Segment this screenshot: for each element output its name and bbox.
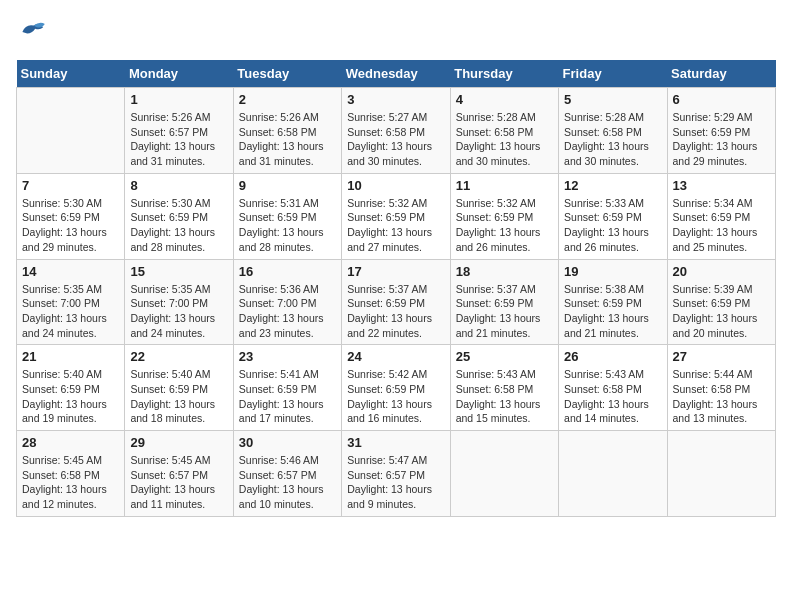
page-header bbox=[16, 16, 776, 48]
column-header-friday: Friday bbox=[559, 60, 667, 88]
day-number: 25 bbox=[456, 349, 553, 364]
day-info: Sunrise: 5:26 AM Sunset: 6:57 PM Dayligh… bbox=[130, 110, 227, 169]
day-number: 24 bbox=[347, 349, 444, 364]
calendar-week-1: 1Sunrise: 5:26 AM Sunset: 6:57 PM Daylig… bbox=[17, 88, 776, 174]
day-info: Sunrise: 5:47 AM Sunset: 6:57 PM Dayligh… bbox=[347, 453, 444, 512]
day-info: Sunrise: 5:45 AM Sunset: 6:58 PM Dayligh… bbox=[22, 453, 119, 512]
day-info: Sunrise: 5:30 AM Sunset: 6:59 PM Dayligh… bbox=[22, 196, 119, 255]
calendar-cell: 23Sunrise: 5:41 AM Sunset: 6:59 PM Dayli… bbox=[233, 345, 341, 431]
column-header-sunday: Sunday bbox=[17, 60, 125, 88]
day-info: Sunrise: 5:32 AM Sunset: 6:59 PM Dayligh… bbox=[456, 196, 553, 255]
day-number: 13 bbox=[673, 178, 770, 193]
day-info: Sunrise: 5:43 AM Sunset: 6:58 PM Dayligh… bbox=[456, 367, 553, 426]
calendar-cell: 10Sunrise: 5:32 AM Sunset: 6:59 PM Dayli… bbox=[342, 173, 450, 259]
day-number: 5 bbox=[564, 92, 661, 107]
day-number: 8 bbox=[130, 178, 227, 193]
day-info: Sunrise: 5:34 AM Sunset: 6:59 PM Dayligh… bbox=[673, 196, 770, 255]
calendar-cell: 28Sunrise: 5:45 AM Sunset: 6:58 PM Dayli… bbox=[17, 431, 125, 517]
day-number: 12 bbox=[564, 178, 661, 193]
calendar-table: SundayMondayTuesdayWednesdayThursdayFrid… bbox=[16, 60, 776, 517]
calendar-cell: 26Sunrise: 5:43 AM Sunset: 6:58 PM Dayli… bbox=[559, 345, 667, 431]
day-number: 17 bbox=[347, 264, 444, 279]
column-header-monday: Monday bbox=[125, 60, 233, 88]
calendar-cell: 5Sunrise: 5:28 AM Sunset: 6:58 PM Daylig… bbox=[559, 88, 667, 174]
calendar-cell: 16Sunrise: 5:36 AM Sunset: 7:00 PM Dayli… bbox=[233, 259, 341, 345]
calendar-cell: 19Sunrise: 5:38 AM Sunset: 6:59 PM Dayli… bbox=[559, 259, 667, 345]
calendar-week-2: 7Sunrise: 5:30 AM Sunset: 6:59 PM Daylig… bbox=[17, 173, 776, 259]
day-number: 21 bbox=[22, 349, 119, 364]
day-number: 7 bbox=[22, 178, 119, 193]
day-info: Sunrise: 5:28 AM Sunset: 6:58 PM Dayligh… bbox=[564, 110, 661, 169]
calendar-cell: 17Sunrise: 5:37 AM Sunset: 6:59 PM Dayli… bbox=[342, 259, 450, 345]
column-header-wednesday: Wednesday bbox=[342, 60, 450, 88]
day-number: 9 bbox=[239, 178, 336, 193]
calendar-cell: 24Sunrise: 5:42 AM Sunset: 6:59 PM Dayli… bbox=[342, 345, 450, 431]
calendar-cell: 9Sunrise: 5:31 AM Sunset: 6:59 PM Daylig… bbox=[233, 173, 341, 259]
day-number: 30 bbox=[239, 435, 336, 450]
calendar-cell: 3Sunrise: 5:27 AM Sunset: 6:58 PM Daylig… bbox=[342, 88, 450, 174]
calendar-cell: 8Sunrise: 5:30 AM Sunset: 6:59 PM Daylig… bbox=[125, 173, 233, 259]
day-number: 18 bbox=[456, 264, 553, 279]
day-info: Sunrise: 5:42 AM Sunset: 6:59 PM Dayligh… bbox=[347, 367, 444, 426]
day-info: Sunrise: 5:45 AM Sunset: 6:57 PM Dayligh… bbox=[130, 453, 227, 512]
calendar-cell bbox=[450, 431, 558, 517]
logo-icon bbox=[16, 16, 48, 48]
calendar-cell: 11Sunrise: 5:32 AM Sunset: 6:59 PM Dayli… bbox=[450, 173, 558, 259]
day-number: 29 bbox=[130, 435, 227, 450]
day-number: 28 bbox=[22, 435, 119, 450]
day-number: 26 bbox=[564, 349, 661, 364]
calendar-cell: 31Sunrise: 5:47 AM Sunset: 6:57 PM Dayli… bbox=[342, 431, 450, 517]
calendar-cell: 15Sunrise: 5:35 AM Sunset: 7:00 PM Dayli… bbox=[125, 259, 233, 345]
day-number: 2 bbox=[239, 92, 336, 107]
day-number: 14 bbox=[22, 264, 119, 279]
logo bbox=[16, 16, 52, 48]
calendar-cell: 6Sunrise: 5:29 AM Sunset: 6:59 PM Daylig… bbox=[667, 88, 775, 174]
day-number: 19 bbox=[564, 264, 661, 279]
day-number: 4 bbox=[456, 92, 553, 107]
day-number: 3 bbox=[347, 92, 444, 107]
calendar-cell: 13Sunrise: 5:34 AM Sunset: 6:59 PM Dayli… bbox=[667, 173, 775, 259]
day-info: Sunrise: 5:33 AM Sunset: 6:59 PM Dayligh… bbox=[564, 196, 661, 255]
day-info: Sunrise: 5:41 AM Sunset: 6:59 PM Dayligh… bbox=[239, 367, 336, 426]
day-info: Sunrise: 5:39 AM Sunset: 6:59 PM Dayligh… bbox=[673, 282, 770, 341]
day-number: 22 bbox=[130, 349, 227, 364]
calendar-cell: 29Sunrise: 5:45 AM Sunset: 6:57 PM Dayli… bbox=[125, 431, 233, 517]
day-number: 20 bbox=[673, 264, 770, 279]
calendar-cell bbox=[667, 431, 775, 517]
day-number: 1 bbox=[130, 92, 227, 107]
day-info: Sunrise: 5:43 AM Sunset: 6:58 PM Dayligh… bbox=[564, 367, 661, 426]
calendar-cell: 7Sunrise: 5:30 AM Sunset: 6:59 PM Daylig… bbox=[17, 173, 125, 259]
column-header-saturday: Saturday bbox=[667, 60, 775, 88]
day-number: 27 bbox=[673, 349, 770, 364]
day-number: 6 bbox=[673, 92, 770, 107]
day-info: Sunrise: 5:40 AM Sunset: 6:59 PM Dayligh… bbox=[130, 367, 227, 426]
day-info: Sunrise: 5:36 AM Sunset: 7:00 PM Dayligh… bbox=[239, 282, 336, 341]
day-info: Sunrise: 5:35 AM Sunset: 7:00 PM Dayligh… bbox=[130, 282, 227, 341]
day-info: Sunrise: 5:26 AM Sunset: 6:58 PM Dayligh… bbox=[239, 110, 336, 169]
calendar-cell: 20Sunrise: 5:39 AM Sunset: 6:59 PM Dayli… bbox=[667, 259, 775, 345]
calendar-cell: 2Sunrise: 5:26 AM Sunset: 6:58 PM Daylig… bbox=[233, 88, 341, 174]
calendar-cell: 21Sunrise: 5:40 AM Sunset: 6:59 PM Dayli… bbox=[17, 345, 125, 431]
day-info: Sunrise: 5:38 AM Sunset: 6:59 PM Dayligh… bbox=[564, 282, 661, 341]
day-info: Sunrise: 5:29 AM Sunset: 6:59 PM Dayligh… bbox=[673, 110, 770, 169]
day-number: 10 bbox=[347, 178, 444, 193]
calendar-week-4: 21Sunrise: 5:40 AM Sunset: 6:59 PM Dayli… bbox=[17, 345, 776, 431]
column-header-thursday: Thursday bbox=[450, 60, 558, 88]
day-info: Sunrise: 5:46 AM Sunset: 6:57 PM Dayligh… bbox=[239, 453, 336, 512]
calendar-cell: 30Sunrise: 5:46 AM Sunset: 6:57 PM Dayli… bbox=[233, 431, 341, 517]
calendar-cell bbox=[559, 431, 667, 517]
day-info: Sunrise: 5:32 AM Sunset: 6:59 PM Dayligh… bbox=[347, 196, 444, 255]
day-number: 31 bbox=[347, 435, 444, 450]
calendar-cell: 14Sunrise: 5:35 AM Sunset: 7:00 PM Dayli… bbox=[17, 259, 125, 345]
day-info: Sunrise: 5:27 AM Sunset: 6:58 PM Dayligh… bbox=[347, 110, 444, 169]
day-info: Sunrise: 5:31 AM Sunset: 6:59 PM Dayligh… bbox=[239, 196, 336, 255]
calendar-cell: 4Sunrise: 5:28 AM Sunset: 6:58 PM Daylig… bbox=[450, 88, 558, 174]
day-number: 16 bbox=[239, 264, 336, 279]
calendar-cell: 25Sunrise: 5:43 AM Sunset: 6:58 PM Dayli… bbox=[450, 345, 558, 431]
day-number: 11 bbox=[456, 178, 553, 193]
header-row: SundayMondayTuesdayWednesdayThursdayFrid… bbox=[17, 60, 776, 88]
day-info: Sunrise: 5:28 AM Sunset: 6:58 PM Dayligh… bbox=[456, 110, 553, 169]
calendar-cell: 12Sunrise: 5:33 AM Sunset: 6:59 PM Dayli… bbox=[559, 173, 667, 259]
calendar-week-3: 14Sunrise: 5:35 AM Sunset: 7:00 PM Dayli… bbox=[17, 259, 776, 345]
day-info: Sunrise: 5:44 AM Sunset: 6:58 PM Dayligh… bbox=[673, 367, 770, 426]
